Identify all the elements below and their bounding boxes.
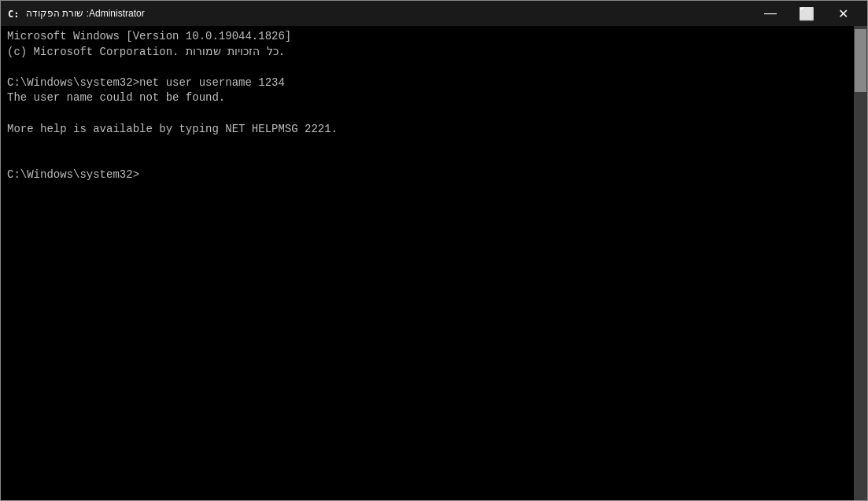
scrollbar[interactable] bbox=[854, 26, 867, 500]
terminal-line: (c) Microsoft Corporation. כל הזכויות שמ… bbox=[7, 45, 848, 61]
terminal-line bbox=[7, 106, 848, 122]
terminal-output[interactable]: Microsoft Windows [Version 10.0.19044.18… bbox=[1, 26, 854, 500]
terminal-line: More help is available by typing NET HEL… bbox=[7, 122, 848, 138]
terminal-line bbox=[7, 60, 848, 76]
restore-button[interactable]: ⬜ bbox=[789, 1, 825, 26]
svg-text:C:\: C:\ bbox=[8, 9, 20, 20]
terminal-container: Microsoft Windows [Version 10.0.19044.18… bbox=[1, 26, 867, 500]
title-bar: C:\ Administrator: שורת הפקודה — ⬜ ✕ bbox=[1, 1, 867, 26]
cmd-window: C:\ Administrator: שורת הפקודה — ⬜ ✕ Mic… bbox=[0, 0, 868, 501]
title-bar-left: C:\ Administrator: שורת הפקודה bbox=[7, 7, 145, 20]
terminal-line: The user name could not be found. bbox=[7, 90, 848, 106]
close-button[interactable]: ✕ bbox=[825, 1, 861, 26]
terminal-line: C:\Windows\system32>net user username 12… bbox=[7, 76, 848, 91]
window-controls: — ⬜ ✕ bbox=[752, 1, 861, 26]
scrollbar-thumb[interactable] bbox=[855, 29, 866, 92]
cmd-icon: C:\ bbox=[7, 7, 20, 20]
terminal-line bbox=[7, 137, 848, 153]
terminal-line: C:\Windows\system32> bbox=[7, 168, 848, 183]
window-title: Administrator: שורת הפקודה bbox=[26, 8, 145, 19]
terminal-line bbox=[7, 153, 848, 168]
minimize-button[interactable]: — bbox=[752, 1, 789, 26]
terminal-line: Microsoft Windows [Version 10.0.19044.18… bbox=[7, 29, 848, 45]
